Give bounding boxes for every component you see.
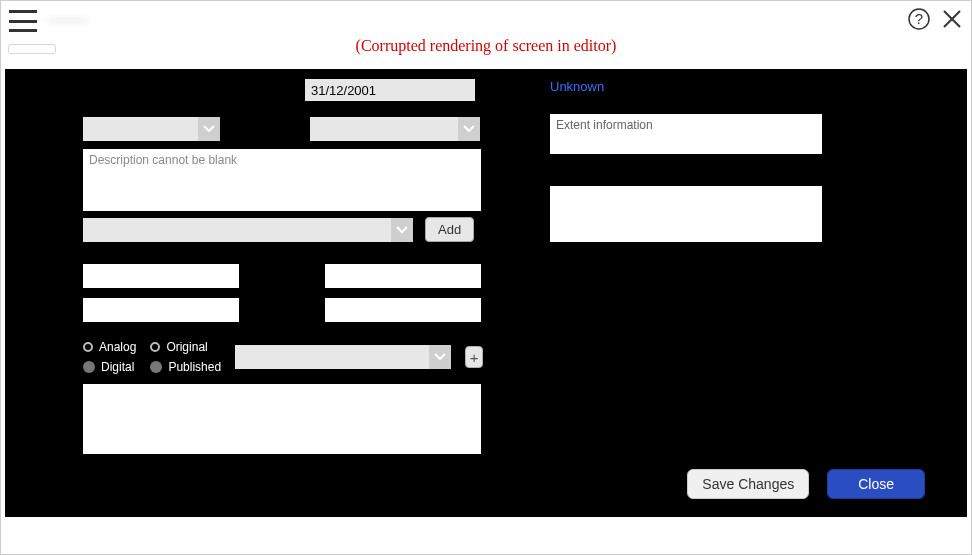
- help-icon[interactable]: ?: [907, 7, 931, 31]
- add-button[interactable]: Add: [425, 217, 474, 242]
- dropdown-1[interactable]: [83, 117, 220, 141]
- extra-textarea[interactable]: [550, 186, 822, 242]
- save-changes-button[interactable]: Save Changes: [687, 469, 809, 499]
- dropdown-add[interactable]: [83, 218, 413, 242]
- hamburger-icon[interactable]: [9, 10, 37, 32]
- chevron-down-icon[interactable]: [198, 117, 220, 141]
- extent-textarea[interactable]: Extent information: [550, 114, 822, 154]
- close-window-icon[interactable]: [941, 8, 963, 30]
- window-title: ———: [47, 12, 127, 30]
- radio-published[interactable]: Published: [150, 360, 221, 374]
- dropdown-2[interactable]: [310, 117, 480, 141]
- chevron-down-icon[interactable]: [429, 345, 451, 369]
- radio-published-label: Published: [168, 360, 221, 374]
- dropdown-1-input[interactable]: [83, 117, 198, 141]
- radio-digital[interactable]: Digital: [83, 360, 136, 374]
- field-b1[interactable]: [83, 298, 239, 322]
- field-a2[interactable]: [325, 264, 481, 288]
- dropdown-add-input[interactable]: [83, 218, 391, 242]
- plus-button[interactable]: +: [465, 346, 483, 368]
- unknown-link[interactable]: Unknown: [550, 79, 825, 94]
- chevron-down-icon[interactable]: [391, 218, 413, 242]
- svg-text:?: ?: [915, 10, 923, 27]
- description-textarea[interactable]: Description cannot be blank: [83, 149, 481, 211]
- radio-analog-label: Analog: [99, 340, 136, 354]
- close-button[interactable]: Close: [827, 469, 925, 499]
- dropdown-2-input[interactable]: [310, 117, 458, 141]
- decorative-pill: [8, 44, 56, 54]
- radio-digital-label: Digital: [101, 360, 134, 374]
- editor-panel: Description cannot be blank Add Analog O…: [5, 69, 967, 517]
- dropdown-radio[interactable]: [235, 345, 451, 369]
- field-b2[interactable]: [325, 298, 481, 322]
- radio-analog[interactable]: Analog: [83, 340, 136, 354]
- radio-original[interactable]: Original: [150, 340, 221, 354]
- field-a1[interactable]: [83, 264, 239, 288]
- radio-original-label: Original: [166, 340, 207, 354]
- chevron-down-icon[interactable]: [458, 117, 480, 141]
- dropdown-radio-input[interactable]: [235, 345, 429, 369]
- notes-textarea[interactable]: [83, 384, 481, 454]
